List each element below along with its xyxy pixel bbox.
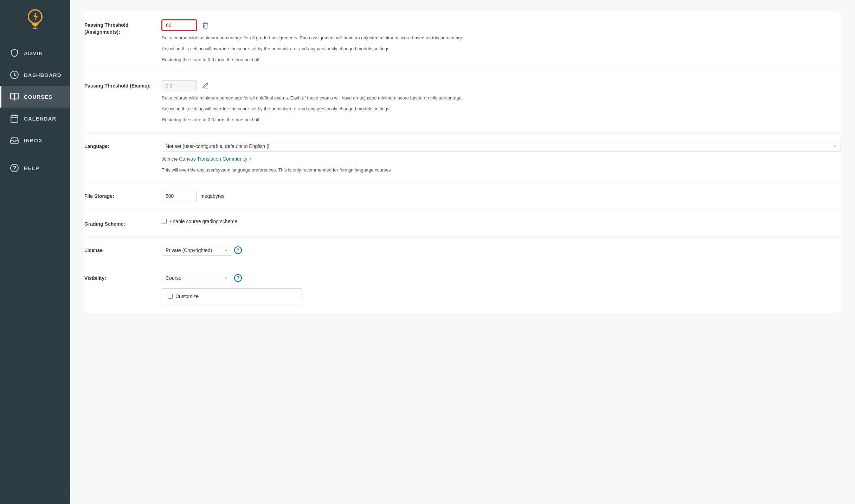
visibility-label: Visibility: <box>84 273 162 282</box>
calendar-icon <box>10 114 19 123</box>
visibility-help-icon[interactable]: ? <box>234 274 242 282</box>
language-select[interactable]: Not set (user-configurable, defaults to … <box>162 141 841 151</box>
visibility-select-group: Course Institution Public ? <box>162 273 841 283</box>
license-help-icon[interactable]: ? <box>234 246 242 254</box>
visibility-row: Visibility: Course Institution Public ? … <box>84 264 841 313</box>
license-row: License Private (Copyrighted) Public Dom… <box>84 237 841 264</box>
file-storage-input[interactable] <box>162 191 197 201</box>
passing-threshold-exams-input[interactable] <box>162 80 197 91</box>
language-label: Language: <box>84 141 162 150</box>
book-icon <box>10 92 19 101</box>
passing-threshold-assignments-field: Set a course-wide minimum percentage for… <box>162 20 841 63</box>
shield-icon <box>10 49 19 58</box>
trash-icon <box>202 22 209 29</box>
assignments-threshold-desc-3: Restoring the score to 0.0 turns the thr… <box>162 56 841 64</box>
sidebar-navigation: ADMIN DASHBOARD COURSES <box>0 42 70 179</box>
sidebar-item-dashboard[interactable]: DASHBOARD <box>0 64 70 86</box>
help-circle-icon <box>10 163 19 173</box>
assignments-threshold-desc-2: Adjusting this setting will override the… <box>162 45 841 53</box>
chevron-left-icon: ‹ <box>70 490 70 495</box>
passing-threshold-exams-label: Passing Threshold (Exams): <box>84 80 162 90</box>
visibility-select[interactable]: Course Institution Public <box>162 273 232 283</box>
sidebar-item-inbox[interactable]: INBOX <box>0 129 70 151</box>
sidebar-item-help[interactable]: HELP <box>0 157 70 179</box>
visibility-field: Course Institution Public ? Customize <box>162 273 841 304</box>
join-link-text: Canvas Translation Community <box>179 156 248 162</box>
dashboard-icon <box>10 70 19 79</box>
sidebar-collapse-button[interactable]: ‹ <box>65 487 70 497</box>
inbox-icon <box>10 136 19 145</box>
main-content: Passing Threshold (Assignments): <box>70 0 855 504</box>
sidebar-item-label-dashboard: DASHBOARD <box>24 72 62 78</box>
sidebar-item-courses[interactable]: COURSES <box>0 86 70 108</box>
grading-scheme-label: Grading Scheme: <box>84 219 162 228</box>
sidebar-item-label-inbox: INBOX <box>24 137 43 143</box>
customize-box: Customize <box>162 288 302 304</box>
passing-threshold-assignments-row: Passing Threshold (Assignments): <box>84 11 841 72</box>
sidebar-item-calendar[interactable]: CALENDAR <box>0 108 70 129</box>
pencil-icon <box>202 82 209 89</box>
language-field: Not set (user-configurable, defaults to … <box>162 141 841 174</box>
settings-form: Passing Threshold (Assignments): <box>84 11 841 313</box>
sidebar-item-label-courses: COURSES <box>24 94 52 100</box>
delete-assignments-threshold-button[interactable] <box>200 20 210 30</box>
language-override-text: This will override any user/system langu… <box>162 167 841 174</box>
exams-threshold-desc-2: Adjusting this setting will override the… <box>162 105 841 113</box>
external-link-icon: ↗ <box>248 157 252 161</box>
license-select-group: Private (Copyrighted) Public Domain CC A… <box>162 245 841 256</box>
language-join-text: Join the Canvas Translation Community ↗ <box>162 155 841 163</box>
svg-point-6 <box>14 74 15 76</box>
license-field: Private (Copyrighted) Public Domain CC A… <box>162 245 841 256</box>
customize-checkbox[interactable] <box>168 294 173 299</box>
assignments-threshold-desc-1: Set a course-wide minimum percentage for… <box>162 34 841 42</box>
passing-threshold-assignments-input-group <box>162 20 841 31</box>
passing-threshold-exams-row: Passing Threshold (Exams): Set a course-… <box>84 72 841 132</box>
grading-scheme-field: Enable course grading scheme <box>162 219 841 224</box>
edit-exams-threshold-button[interactable] <box>200 81 210 91</box>
sidebar-item-label-admin: ADMIN <box>24 50 43 56</box>
passing-threshold-assignments-input[interactable] <box>162 20 197 31</box>
exams-threshold-desc-1: Set a course-wide minimum percentage for… <box>162 95 841 102</box>
passing-threshold-exams-input-group <box>162 80 841 91</box>
language-row: Language: Not set (user-configurable, de… <box>84 133 841 183</box>
grading-scheme-checkbox-text: Enable course grading scheme <box>169 219 237 224</box>
exams-threshold-desc-3: Restoring the score to 0.0 turns the thr… <box>162 116 841 124</box>
sidebar-item-label-help: HELP <box>24 165 39 171</box>
sidebar-item-label-calendar: CALENDAR <box>24 116 56 122</box>
sidebar: ADMIN DASHBOARD COURSES <box>0 0 70 504</box>
sidebar-divider <box>7 154 63 154</box>
file-storage-row: File Storage: megabytes <box>84 182 841 210</box>
grading-scheme-checkbox-label[interactable]: Enable course grading scheme <box>162 219 841 224</box>
customize-checkbox-label[interactable]: Customize <box>168 293 296 299</box>
file-storage-input-group: megabytes <box>162 191 841 201</box>
file-storage-label: File Storage: <box>84 191 162 200</box>
join-text: Join the <box>162 156 179 162</box>
passing-threshold-exams-field: Set a course-wide minimum percentage for… <box>162 80 841 123</box>
megabytes-label: megabytes <box>200 193 224 199</box>
app-logo <box>21 6 49 34</box>
customize-checkbox-text: Customize <box>175 293 199 299</box>
grading-scheme-row: Grading Scheme: Enable course grading sc… <box>84 210 841 237</box>
svg-rect-7 <box>11 115 18 122</box>
license-label: License <box>84 245 162 254</box>
grading-scheme-checkbox[interactable] <box>162 219 167 224</box>
passing-threshold-assignments-label: Passing Threshold (Assignments): <box>84 20 162 35</box>
canvas-translation-community-link[interactable]: Canvas Translation Community ↗ <box>179 156 252 162</box>
file-storage-field: megabytes <box>162 191 841 201</box>
license-select[interactable]: Private (Copyrighted) Public Domain CC A… <box>162 245 232 256</box>
sidebar-item-admin[interactable]: ADMIN <box>0 42 70 64</box>
